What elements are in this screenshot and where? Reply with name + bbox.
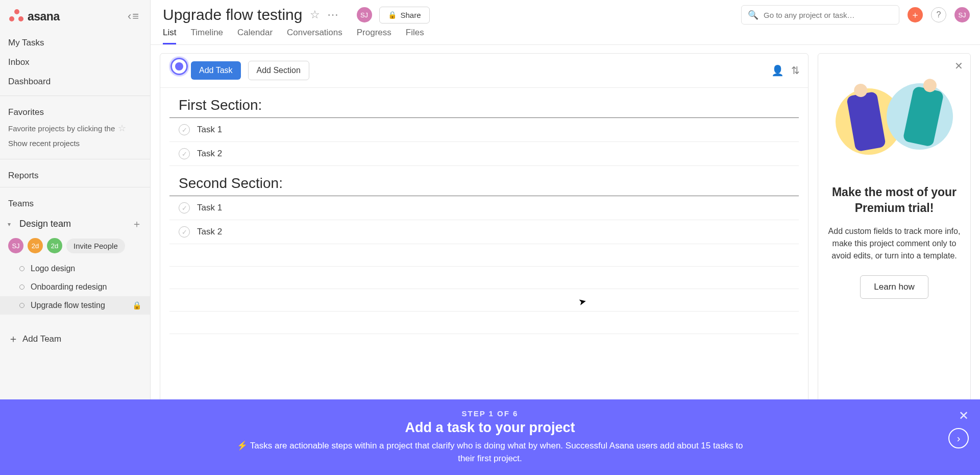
- task-row[interactable]: ✓ Task 1: [169, 118, 799, 142]
- section-title[interactable]: Second Section:: [169, 166, 799, 196]
- share-label: Share: [401, 11, 421, 19]
- tab-files[interactable]: Files: [406, 28, 424, 44]
- project-title[interactable]: Upgrade flow testing: [163, 6, 303, 23]
- sidebar-project[interactable]: Upgrade flow testing 🔒: [0, 296, 150, 315]
- team-caret-icon[interactable]: ▾: [2, 221, 16, 228]
- sort-icon[interactable]: ⇅: [791, 64, 800, 77]
- empty-task-row[interactable]: [169, 267, 799, 289]
- member-avatar[interactable]: 2d: [28, 238, 43, 253]
- complete-checkbox[interactable]: ✓: [179, 226, 190, 238]
- tutorial-step: STEP 1 OF 6: [462, 409, 519, 418]
- reports-heading[interactable]: Reports: [0, 162, 150, 184]
- tab-list[interactable]: List: [163, 28, 176, 44]
- list-toolbar-actions: 👤 ⇅: [771, 64, 800, 77]
- tab-conversations[interactable]: Conversations: [287, 28, 342, 44]
- nav-inbox[interactable]: Inbox: [0, 53, 150, 72]
- tutorial-body: ⚡ Tasks are actionable steps within a pr…: [235, 440, 745, 465]
- promo-illustration: [836, 73, 953, 175]
- close-icon[interactable]: ✕: [959, 409, 969, 423]
- favorites-hint-text: Favorite projects by clicking the: [8, 124, 115, 133]
- search-icon: 🔍: [748, 10, 758, 20]
- complete-checkbox[interactable]: ✓: [179, 124, 190, 135]
- section-title[interactable]: First Section:: [169, 88, 799, 118]
- profile-avatar[interactable]: SJ: [954, 7, 970, 22]
- task-row[interactable]: ✓ Task 2: [169, 220, 799, 244]
- people-icon[interactable]: 👤: [771, 64, 784, 77]
- task-name: Task 2: [197, 149, 222, 159]
- add-task-button[interactable]: Add Task: [191, 61, 241, 80]
- empty-task-row[interactable]: [169, 289, 799, 312]
- task-row[interactable]: ✓ Task 1: [169, 196, 799, 220]
- project-name: Logo design: [31, 264, 75, 273]
- complete-checkbox[interactable]: ✓: [179, 148, 190, 159]
- add-team-button[interactable]: ＋ Add Team: [0, 327, 150, 351]
- star-outline-icon: ☆: [118, 123, 126, 134]
- task-name: Task 2: [197, 227, 222, 237]
- star-outline-icon[interactable]: ☆: [310, 8, 320, 21]
- member-avatar[interactable]: 2d: [47, 238, 62, 253]
- more-actions-icon[interactable]: ⋯: [327, 8, 339, 21]
- tutorial-next-button[interactable]: ›: [948, 428, 969, 448]
- lock-icon: 🔒: [132, 301, 142, 310]
- nav-dashboard[interactable]: Dashboard: [0, 72, 150, 91]
- sidebar-project[interactable]: Logo design: [0, 259, 150, 278]
- show-recent-projects-link[interactable]: Show recent projects: [0, 138, 150, 156]
- hamburger-icon: ≡: [132, 10, 139, 23]
- task-name: Task 1: [197, 203, 222, 213]
- promo-body: Add custom fields to track more info, ma…: [827, 225, 961, 262]
- tab-calendar[interactable]: Calendar: [237, 28, 273, 44]
- add-team-label: Add Team: [22, 334, 61, 344]
- promo-title: Make the most of your Premium trial!: [827, 184, 961, 216]
- project-tabs: List Timeline Calendar Conversations Pro…: [151, 26, 980, 44]
- team-name[interactable]: Design team: [19, 219, 71, 229]
- logo-text: asana: [28, 10, 60, 23]
- lock-icon: 🔒: [388, 11, 397, 19]
- empty-task-row[interactable]: [169, 312, 799, 334]
- search-input[interactable]: [764, 11, 893, 19]
- invite-people-button[interactable]: Invite People: [66, 239, 125, 253]
- chevron-left-icon: ‹: [128, 10, 131, 23]
- project-header: Upgrade flow testing ☆ ⋯ SJ 🔒 Share 🔍 ＋ …: [151, 0, 980, 45]
- project-name: Onboarding redesign: [31, 282, 107, 292]
- tab-progress[interactable]: Progress: [357, 28, 391, 44]
- team-members: SJ 2d 2d Invite People: [0, 236, 150, 259]
- tutorial-banner: ✕ STEP 1 OF 6 Add a task to your project…: [0, 399, 980, 475]
- task-name: Task 1: [197, 125, 222, 135]
- app-logo[interactable]: asana: [8, 8, 60, 25]
- share-button[interactable]: 🔒 Share: [379, 7, 430, 23]
- tutorial-title: Add a task to your project: [405, 420, 575, 436]
- add-section-button[interactable]: Add Section: [248, 61, 309, 80]
- project-member-avatar[interactable]: SJ: [357, 7, 372, 22]
- tab-timeline[interactable]: Timeline: [190, 28, 223, 44]
- plus-icon: ＋: [8, 332, 18, 346]
- favorites-heading: Favorites: [0, 99, 150, 121]
- teams-heading: Teams: [0, 191, 150, 212]
- logo-icon: [8, 8, 24, 25]
- sidebar-project[interactable]: Onboarding redesign: [0, 278, 150, 296]
- team-add-icon[interactable]: ＋: [132, 217, 142, 231]
- complete-checkbox[interactable]: ✓: [179, 202, 190, 213]
- member-avatar[interactable]: SJ: [8, 238, 23, 253]
- empty-task-row[interactable]: [169, 244, 799, 267]
- learn-how-button[interactable]: Learn how: [860, 275, 928, 299]
- project-name: Upgrade flow testing: [31, 301, 105, 310]
- global-search[interactable]: 🔍: [741, 5, 899, 25]
- help-button[interactable]: ?: [931, 7, 946, 22]
- task-row[interactable]: ✓ Task 2: [169, 142, 799, 166]
- nav-my-tasks[interactable]: My Tasks: [0, 33, 150, 53]
- close-icon[interactable]: ✕: [954, 60, 963, 72]
- favorites-hint: Favorite projects by clicking the ☆: [0, 121, 150, 138]
- collapse-sidebar-button[interactable]: ‹ ≡: [125, 8, 142, 25]
- quick-add-button[interactable]: ＋: [908, 7, 923, 22]
